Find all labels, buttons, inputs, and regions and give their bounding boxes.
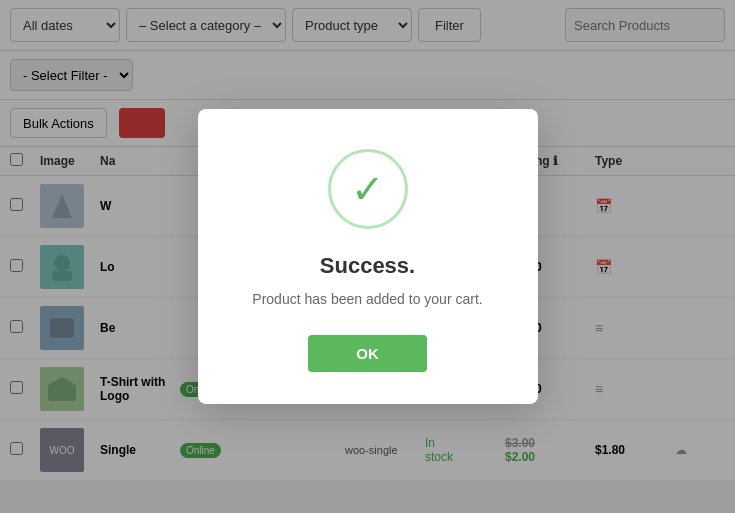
modal-ok-button[interactable]: OK — [308, 335, 427, 372]
modal-message: Product has been added to your cart. — [228, 291, 508, 307]
success-modal: ✓ Success. Product has been added to you… — [198, 109, 538, 404]
modal-overlay: ✓ Success. Product has been added to you… — [0, 0, 735, 513]
success-icon-wrap: ✓ — [328, 149, 408, 229]
checkmark-icon: ✓ — [351, 166, 385, 212]
modal-title: Success. — [228, 253, 508, 279]
